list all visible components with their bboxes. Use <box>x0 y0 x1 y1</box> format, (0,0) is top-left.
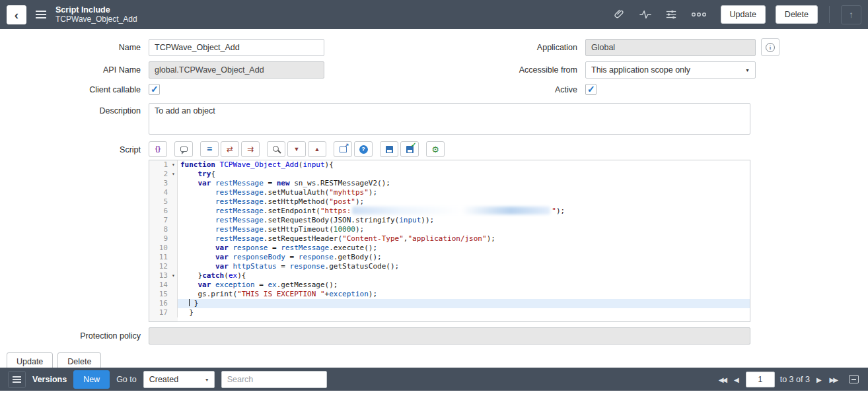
record-title: TCPWave_Object_Add <box>55 15 137 24</box>
line-number: 8 <box>149 225 170 234</box>
scroll-up-button[interactable] <box>841 5 861 24</box>
accessible-from-select[interactable]: This application scope only <box>585 61 756 79</box>
first-page-button[interactable] <box>717 373 727 385</box>
find-next-button[interactable] <box>287 141 306 157</box>
replace-icon <box>227 145 233 153</box>
gutter-spacer <box>170 299 178 308</box>
scroll-up-icon <box>849 9 853 20</box>
related-list-bar: Versions New Go to Created to 3 of 3 <box>0 368 868 391</box>
code-line[interactable]: 15 gs.print("THIS IS EXCEPTION "+excepti… <box>149 290 750 299</box>
code-line[interactable]: 8 restMessage.setHttpTimeout(10000); <box>149 225 750 234</box>
code-line[interactable]: 6 restMessage.setEndpoint("https:"); <box>149 207 750 216</box>
code-line[interactable]: 12 var httpStatus = response.getStatusCo… <box>149 262 750 271</box>
goto-field-select[interactable]: Created <box>143 371 215 388</box>
name-input[interactable] <box>149 39 324 56</box>
replace-all-icon <box>247 145 254 153</box>
line-number: 5 <box>149 197 170 207</box>
code-line[interactable]: 14 var exception = ex.getMessage(); <box>149 280 750 290</box>
fullscreen-button[interactable] <box>334 141 352 157</box>
save-button[interactable] <box>380 141 398 157</box>
code-line[interactable]: 10 var response = restMessage.execute(); <box>149 244 750 253</box>
code-line[interactable]: 5 restMessage.setHttpMethod("post"); <box>149 197 750 207</box>
new-button[interactable]: New <box>73 370 110 389</box>
next-page-icon <box>816 374 822 384</box>
activity-stream-button[interactable] <box>638 7 653 22</box>
gutter-spacer <box>170 188 178 197</box>
format-code-button[interactable] <box>149 141 167 157</box>
chevron-left-icon <box>15 9 18 21</box>
gutter-spacer <box>170 290 178 299</box>
toggle-comment-button[interactable] <box>174 141 193 157</box>
line-number: 14 <box>149 280 170 290</box>
script-include-form: Name Application Global API Name global.… <box>0 29 868 371</box>
description-textarea[interactable]: To add an object <box>149 103 750 135</box>
wrap-lines-button[interactable] <box>200 141 219 157</box>
find-next-icon <box>294 147 300 152</box>
more-options-button[interactable] <box>690 10 708 19</box>
line-number: 4 <box>149 188 170 197</box>
code-line[interactable]: 13▾ }catch(ex){ <box>149 271 750 280</box>
list-pagination: to 3 of 3 <box>717 372 860 387</box>
gutter-spacer <box>170 225 178 234</box>
redacted-endpoint <box>352 207 550 214</box>
code-line[interactable]: 4 restMessage.setMutualAuth("myhttps"); <box>149 188 750 197</box>
code-line[interactable]: 16 } <box>149 299 750 308</box>
active-checkbox[interactable] <box>585 84 597 95</box>
attachment-button[interactable] <box>612 7 627 22</box>
api-name-field: global.TCPWave_Object_Add <box>149 61 324 79</box>
personalize-form-button[interactable] <box>664 7 678 22</box>
tab-versions[interactable]: Versions <box>32 375 67 384</box>
line-number: 15 <box>149 290 170 299</box>
code-line[interactable]: 11 var responseBody = response.getBody()… <box>149 253 750 262</box>
wrap-lines-icon <box>207 145 212 154</box>
last-page-icon <box>830 374 837 384</box>
context-menu-button[interactable] <box>32 6 50 23</box>
debug-icon <box>431 145 439 154</box>
collapse-list-button[interactable] <box>848 374 860 385</box>
gutter-spacer <box>170 197 178 207</box>
line-number: 12 <box>149 262 170 271</box>
client-callable-label: Client callable <box>0 85 149 94</box>
page-number-input[interactable] <box>746 372 775 387</box>
application-info-button[interactable] <box>761 38 779 56</box>
code-line[interactable]: 1▾function TCPWave_Object_Add(input){ <box>149 160 750 170</box>
replace-all-button[interactable] <box>241 141 260 157</box>
code-line[interactable]: 7 restMessage.setRequestBody(JSON.string… <box>149 216 750 225</box>
previous-page-button[interactable] <box>733 373 741 385</box>
save-icon <box>386 146 393 153</box>
last-page-button[interactable] <box>828 373 838 385</box>
help-button[interactable] <box>354 141 373 157</box>
line-number: 1 <box>149 160 170 170</box>
record-header-titles: Script Include TCPWave_Object_Add <box>55 5 137 24</box>
next-page-button[interactable] <box>815 373 823 385</box>
page-info: to 3 of 3 <box>780 375 810 384</box>
code-line[interactable]: 9 restMessage.setRequestHeader("Content-… <box>149 234 750 244</box>
debug-button[interactable] <box>426 141 445 157</box>
script-editor[interactable]: 1▾function TCPWave_Object_Add(input){2▾ … <box>149 160 750 322</box>
form-header: Script Include TCPWave_Object_Add Update… <box>0 0 868 29</box>
fold-arrow-icon[interactable]: ▾ <box>170 170 178 179</box>
search-icon <box>273 146 279 152</box>
previous-page-icon <box>734 374 739 384</box>
active-label: Active <box>160 85 585 94</box>
replace-button[interactable] <box>221 141 239 157</box>
code-line[interactable]: 3 var restMessage = new sn_ws.RESTMessag… <box>149 179 750 188</box>
fold-arrow-icon[interactable]: ▾ <box>170 271 178 280</box>
code-line[interactable]: 17 } <box>149 308 750 317</box>
search-button[interactable] <box>267 141 285 157</box>
row-apiname-accessible: API Name global.TCPWave_Object_Add Acces… <box>0 61 779 79</box>
gutter-spacer <box>170 207 178 216</box>
list-menu-button[interactable] <box>8 371 26 388</box>
fold-arrow-icon[interactable]: ▾ <box>170 160 178 170</box>
accessible-from-label: Accessible from <box>324 65 585 75</box>
line-number: 10 <box>149 244 170 253</box>
delete-button-header[interactable]: Delete <box>776 5 818 24</box>
list-search-input[interactable] <box>221 371 327 388</box>
code-line[interactable]: 2▾ try{ <box>149 170 750 179</box>
back-button[interactable] <box>7 5 26 24</box>
save-check-button[interactable] <box>400 141 419 157</box>
line-number: 17 <box>149 308 170 317</box>
update-button-header[interactable]: Update <box>721 5 766 24</box>
find-previous-button[interactable] <box>308 141 326 157</box>
client-callable-checkbox[interactable] <box>149 84 160 95</box>
